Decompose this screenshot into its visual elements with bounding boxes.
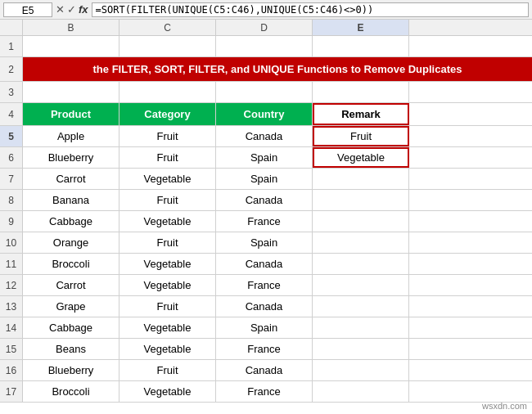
cell-c9[interactable]: Vegetable [119,211,216,232]
cell-b14[interactable]: Cabbage [23,317,119,338]
cell-c10[interactable]: Fruit [119,232,216,253]
cell-e12[interactable] [313,275,409,295]
spreadsheet: 1 2 the FILTER, SORT, FILTER, and UNIQUE… [0,36,532,126]
cell-c15[interactable]: Vegetable [119,339,216,359]
watermark: wsxdn.com [482,401,527,411]
cell-b15[interactable]: Beans [23,339,119,359]
column-headers: B C D E [0,20,532,36]
formula-input[interactable]: =SORT(FILTER(UNIQUE(C5:C46),UNIQUE(C5:C4… [92,2,529,17]
cell-d10[interactable]: Spain [216,232,313,253]
header-product[interactable]: Product [23,103,119,125]
cell-b17[interactable]: Broccoli [23,381,119,402]
row-num-7: 7 [0,169,23,189]
row-num-17: 17 [0,381,23,402]
cell-b6[interactable]: Blueberry [23,147,119,168]
row-num-14: 14 [0,317,23,338]
cell-e15[interactable] [313,339,409,359]
cell-d17[interactable]: France [216,381,313,402]
cell-d15[interactable]: France [216,339,313,359]
cell-c17[interactable]: Vegetable [119,381,216,402]
cell-c13[interactable]: Fruit [119,296,216,317]
cell-e16[interactable] [313,360,409,380]
cell-e1[interactable] [313,36,409,56]
row-num-10: 10 [0,232,23,253]
cell-b10[interactable]: Orange [23,232,119,253]
cell-e5[interactable]: Fruit [313,126,409,146]
cell-d6[interactable]: Spain [216,147,313,168]
cell-e10[interactable] [313,232,409,253]
cell-d12[interactable]: France [216,275,313,295]
cell-b9[interactable]: Cabbage [23,211,119,232]
fx-icon: fx [79,3,88,16]
row-12: 12 Carrot Vegetable France [0,275,532,296]
row-16: 16 Blueberry Fruit Canada [0,360,532,381]
col-header-b[interactable]: B [23,20,119,35]
col-header-rownum [0,20,23,35]
cell-d7[interactable]: Spain [216,169,313,189]
cell-b12[interactable]: Carrot [23,275,119,295]
cell-c5[interactable]: Fruit [119,126,216,146]
cell-e7[interactable] [313,169,409,189]
cell-b8[interactable]: Banana [23,190,119,210]
cell-b11[interactable]: Broccoli [23,254,119,274]
col-header-c[interactable]: C [119,20,216,35]
cell-c1[interactable] [119,36,216,56]
row-11: 11 Broccoli Vegetable Canada [0,254,532,275]
cell-d8[interactable]: Canada [216,190,313,210]
cell-b7[interactable]: Carrot [23,169,119,189]
cell-b3[interactable] [23,82,119,102]
row-8: 8 Banana Fruit Canada [0,190,532,211]
row-5: 5 Apple Fruit Canada Fruit [0,126,532,147]
row-num-8: 8 [0,190,23,210]
cell-b16[interactable]: Blueberry [23,360,119,380]
cell-c11[interactable]: Vegetable [119,254,216,274]
cell-d3[interactable] [216,82,313,102]
row-2: 2 the FILTER, SORT, FILTER, and UNIQUE F… [0,57,532,82]
cell-d1[interactable] [216,36,313,56]
row-15: 15 Beans Vegetable France [0,339,532,360]
cell-c14[interactable]: Vegetable [119,317,216,338]
col-header-e[interactable]: E [313,20,409,35]
cell-e13[interactable] [313,296,409,317]
cell-d11[interactable]: Canada [216,254,313,274]
cell-d16[interactable]: Canada [216,360,313,380]
header-country[interactable]: Country [216,103,313,125]
cell-b13[interactable]: Grape [23,296,119,317]
cell-c16[interactable]: Fruit [119,360,216,380]
cell-d9[interactable]: France [216,211,313,232]
row-num-16: 16 [0,360,23,380]
row-1: 1 [0,36,532,57]
col-header-d[interactable]: D [216,20,313,35]
row-7: 7 Carrot Vegetable Spain [0,169,532,190]
cell-c3[interactable] [119,82,216,102]
row-4: 4 Product Category Country Remark [0,103,532,126]
row-6: 6 Blueberry Fruit Spain Vegetable [0,147,532,169]
header-remark[interactable]: Remark [313,103,409,125]
cell-c6[interactable]: Fruit [119,147,216,168]
row-14: 14 Cabbage Vegetable Spain [0,317,532,339]
header-category[interactable]: Category [119,103,216,125]
banner-cell: the FILTER, SORT, FILTER, and UNIQUE Fun… [23,57,532,81]
cell-e8[interactable] [313,190,409,210]
cell-c8[interactable]: Fruit [119,190,216,210]
cell-e17[interactable] [313,381,409,402]
cell-c12[interactable]: Vegetable [119,275,216,295]
row-num-11: 11 [0,254,23,274]
cell-reference[interactable]: E5 [3,2,52,17]
row-num-1: 1 [0,36,23,56]
cell-e3[interactable] [313,82,409,102]
cell-d5[interactable]: Canada [216,126,313,146]
cell-b1[interactable] [23,36,119,56]
cell-e6[interactable]: Vegetable [313,147,409,168]
row-num-15: 15 [0,339,23,359]
cell-e9[interactable] [313,211,409,232]
cancel-icon[interactable]: ✕ [56,3,65,16]
cell-b5[interactable]: Apple [23,126,119,146]
cell-d13[interactable]: Canada [216,296,313,317]
cell-e11[interactable] [313,254,409,274]
cell-c7[interactable]: Vegetable [119,169,216,189]
confirm-icon[interactable]: ✓ [67,3,76,16]
cell-e14[interactable] [313,317,409,338]
cell-d14[interactable]: Spain [216,317,313,338]
row-num-3: 3 [0,82,23,102]
